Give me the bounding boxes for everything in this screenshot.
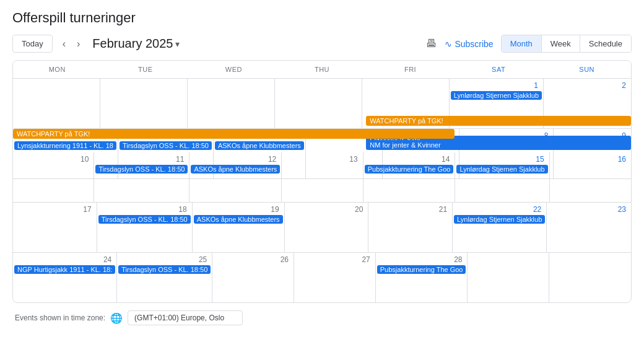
tab-week[interactable]: Week <box>541 35 580 52</box>
date-15: 15 Lynlørdag Stjernen Sjakklub <box>455 152 549 202</box>
header-mon: MON <box>13 61 102 79</box>
subscribe-label: Subscribe <box>455 39 493 49</box>
page-title: Offerspill turneringer <box>12 10 632 26</box>
date-20: 20 <box>285 203 369 252</box>
date-cell <box>100 79 188 128</box>
date-10: 10 <box>13 152 94 202</box>
event-lynlordag-22[interactable]: Lynlørdag Stjernen Sjakklub <box>454 215 545 224</box>
event-lynlordag-1[interactable]: Lynlørdag Stjernen Sjakklub <box>451 91 542 100</box>
date-19: 19 ASKOs åpne Klubbmesters <box>193 203 285 252</box>
event-watchparty-w2[interactable]: WATCHPARTY på TGK! <box>366 116 631 126</box>
event-lynlordag-15[interactable]: Lynlørdag Stjernen Sjakklub <box>456 165 547 173</box>
date-empty-1 <box>468 253 549 302</box>
date-27: 27 <box>294 253 376 302</box>
header-sat: SAT <box>455 61 543 79</box>
footer-label: Events shown in time zone: <box>15 314 105 322</box>
calendar-header: MON TUE WED THU FRI SAT SUN <box>13 61 631 79</box>
today-button[interactable]: Today <box>12 35 53 53</box>
empty-w3-1 <box>455 129 631 139</box>
header-tue: TUE <box>102 61 190 79</box>
header-sun: SUN <box>542 61 631 79</box>
date-14: 14 Pubsjakkturnering The Goo <box>363 152 456 202</box>
event-askos-w4[interactable]: ASKOs åpne Klubbmesters <box>194 215 283 224</box>
week-3-dates: 10 11 Tirsdagslyn OSS - KL. 18:50 12 ASK… <box>13 152 631 202</box>
header-wed: WED <box>189 61 278 79</box>
month-title-text: February 2025 <box>92 37 173 51</box>
date-21: 21 <box>368 203 453 252</box>
date-22: 22 Lynlørdag Stjernen Sjakklub <box>453 203 547 252</box>
view-tabs: Month Week Schedule <box>501 35 632 53</box>
date-11: 11 Tirsdagslyn OSS - KL. 18:50 <box>94 152 189 202</box>
header-thu: THU <box>278 61 367 79</box>
prev-button[interactable]: ‹ <box>58 36 71 52</box>
week-4-dates: 17 18 Tirsdagslyn OSS - KL. 18:50 19 ASK… <box>13 203 631 252</box>
month-title[interactable]: February 2025 ▾ <box>92 37 180 51</box>
tab-month[interactable]: Month <box>502 35 541 52</box>
tab-schedule[interactable]: Schedule <box>580 35 631 52</box>
event-tirsdagslyn-w5[interactable]: Tirsdagslyn OSS - KL. 18:50 <box>118 265 211 274</box>
toolbar: Today ‹ › February 2025 ▾ 🖶 ∿ Subscribe … <box>12 35 632 53</box>
date-13: 13 <box>282 152 363 202</box>
event-ngp[interactable]: NGP Hurtigsjakk 1911 - KL. 18: <box>14 265 115 274</box>
empty-w3-2 <box>13 140 366 150</box>
timezone-select[interactable]: (GMT+01:00) Europe, Oslo <box>128 310 243 325</box>
event-nm[interactable]: NM for jenter & Kvinner <box>366 140 631 150</box>
calendar: MON TUE WED THU FRI SAT SUN 1 Lynlørdag … <box>12 60 632 303</box>
event-pubsjakk-28[interactable]: Pubsjakkturnering The Goo <box>377 265 466 274</box>
week-4: 17 18 Tirsdagslyn OSS - KL. 18:50 19 ASK… <box>13 203 631 253</box>
event-askos-w3[interactable]: ASKOs åpne Klubbmesters <box>191 165 280 173</box>
date-12: 12 ASKOs åpne Klubbmesters <box>189 152 282 202</box>
date-cell <box>188 79 275 128</box>
date-25: 25 Tirsdagslyn OSS - KL. 18:50 <box>117 253 212 302</box>
date-26: 26 <box>212 253 294 302</box>
event-pubsjakk-14[interactable]: Pubsjakkturnering The Goo <box>365 165 454 173</box>
week-3-span-2: NM for jenter & Kvinner <box>13 140 631 150</box>
event-watchparty-w3[interactable]: WATCHPARTY på TGK! <box>13 129 455 139</box>
week-5: 24 NGP Hurtigsjakk 1911 - KL. 18: 25 Tir… <box>13 253 631 302</box>
event-tirsdagslyn-w4[interactable]: Tirsdagslyn OSS - KL. 18:50 <box>98 215 191 224</box>
week-3: WATCHPARTY på TGK! NM for jenter & Kvinn… <box>13 129 631 203</box>
date-18: 18 Tirsdagslyn OSS - KL. 18:50 <box>97 203 193 252</box>
date-16: 16 <box>550 152 631 202</box>
week-5-dates: 24 NGP Hurtigsjakk 1911 - KL. 18: 25 Tir… <box>13 253 631 302</box>
next-button[interactable]: › <box>72 36 85 52</box>
globe-icon: 🌐 <box>110 312 123 324</box>
footer: Events shown in time zone: 🌐 (GMT+01:00)… <box>12 303 632 333</box>
nav-arrows: ‹ › <box>58 36 85 52</box>
date-17: 17 <box>13 203 97 252</box>
event-tirsdagslyn-w3[interactable]: Tirsdagslyn OSS - KL. 18:50 <box>95 165 188 173</box>
rss-icon: ∿ <box>445 39 452 49</box>
subscribe-button[interactable]: ∿ Subscribe <box>445 39 493 49</box>
header-fri: FRI <box>366 61 455 79</box>
date-cell <box>13 79 100 128</box>
date-empty-2 <box>549 253 631 302</box>
print-icon[interactable]: 🖶 <box>426 37 437 50</box>
date-cell <box>275 79 362 128</box>
week-3-span-1: WATCHPARTY på TGK! <box>13 129 631 139</box>
date-23: 23 <box>547 203 631 252</box>
date-28: 28 Pubsjakkturnering The Goo <box>376 253 468 302</box>
date-24: 24 NGP Hurtigsjakk 1911 - KL. 18: <box>13 253 117 302</box>
toolbar-right: 🖶 ∿ Subscribe Month Week Schedule <box>426 35 632 53</box>
month-dropdown-icon: ▾ <box>175 39 180 49</box>
